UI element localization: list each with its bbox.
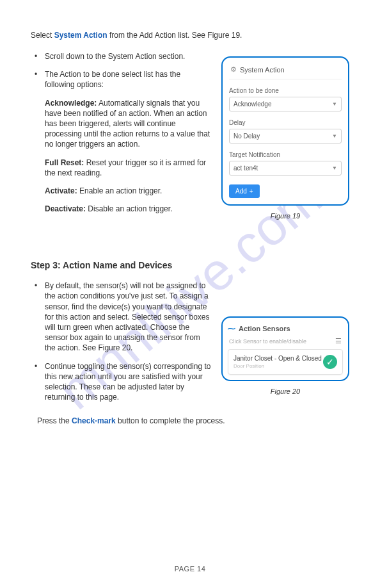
deactivate-text: Disable an action trigger. bbox=[86, 204, 172, 213]
intro-pre: Select bbox=[31, 31, 54, 40]
select-delay-value: No Delay bbox=[234, 133, 260, 140]
sensor-sub: Door Position bbox=[234, 363, 322, 369]
panel19-header: System Action bbox=[229, 63, 342, 79]
select-delay[interactable]: No Delay ▼ bbox=[229, 129, 342, 143]
step3-heading: Step 3: Action Name and Devices bbox=[31, 260, 349, 270]
section1-bullet1: Scroll down to the System Action section… bbox=[31, 51, 212, 61]
plus-icon: + bbox=[249, 188, 253, 195]
label-action: Action to be done bbox=[229, 87, 342, 94]
check-circle-icon: ✓ bbox=[323, 355, 337, 369]
intro-link: System Action bbox=[54, 31, 107, 40]
step3-bullet2: Continue toggling the sensor(s) correspo… bbox=[31, 361, 212, 403]
chevron-down-icon: ▼ bbox=[332, 101, 337, 107]
panel20-sublabel: Click Sensor to enable/disable ☰ bbox=[228, 337, 343, 349]
panel19-title: System Action bbox=[240, 66, 285, 74]
chevron-down-icon: ▼ bbox=[332, 165, 337, 171]
reset-term: Full Reset: bbox=[45, 158, 84, 167]
sensor-title: Janitor Closet - Open & Closed bbox=[234, 355, 322, 362]
panel20-title: Action Sensors bbox=[239, 325, 290, 332]
select-target[interactable]: act ten4t ▼ bbox=[229, 161, 342, 176]
press-link: Check-mark bbox=[72, 416, 116, 425]
deactivate-term: Deactivate: bbox=[45, 204, 86, 213]
system-action-panel: System Action Action to be done Acknowle… bbox=[221, 56, 349, 206]
sensor-card[interactable]: Janitor Closet - Open & Closed Door Posi… bbox=[228, 349, 343, 375]
figure-20-caption: Figure 20 bbox=[221, 388, 349, 395]
select-action-value: Acknowledge bbox=[234, 101, 271, 108]
reset-def: Full Reset: Reset your trigger so it is … bbox=[45, 158, 212, 178]
add-label: Add bbox=[235, 188, 247, 195]
label-target: Target Notification bbox=[229, 151, 342, 158]
press-line: Press the Check-mark button to complete … bbox=[31, 416, 349, 425]
label-delay: Delay bbox=[229, 119, 342, 126]
pulse-icon bbox=[228, 324, 235, 333]
figure-19-caption: Figure 19 bbox=[221, 212, 349, 220]
gear-icon bbox=[230, 65, 237, 74]
press-post: button to complete the process. bbox=[116, 416, 225, 425]
filter-icon[interactable]: ☰ bbox=[335, 337, 342, 345]
page-number: PAGE 14 bbox=[0, 565, 380, 573]
intro-line: Select System Action from the Add Action… bbox=[31, 31, 349, 40]
acknowledge-def: Acknowledge: Automatically signals that … bbox=[45, 98, 212, 150]
intro-post: from the Add Action list. See Figure 19. bbox=[107, 31, 242, 40]
section1-bullet2: The Action to be done select list has th… bbox=[31, 69, 212, 90]
deactivate-def: Deactivate: Disable an action trigger. bbox=[45, 204, 212, 214]
chevron-down-icon: ▼ bbox=[332, 133, 337, 139]
add-button[interactable]: Add + bbox=[229, 184, 260, 198]
action-sensors-panel: Action Sensors Click Sensor to enable/di… bbox=[221, 316, 349, 381]
select-target-value: act ten4t bbox=[234, 165, 258, 172]
panel20-sub-text: Click Sensor to enable/disable bbox=[229, 338, 306, 345]
step3-bullet1: By default, the sensor(s) will not be as… bbox=[31, 281, 212, 353]
activate-text: Enable an action trigger. bbox=[77, 186, 162, 195]
panel20-header: Action Sensors bbox=[228, 323, 343, 337]
select-action[interactable]: Acknowledge ▼ bbox=[229, 97, 342, 111]
activate-def: Activate: Enable an action trigger. bbox=[45, 186, 212, 196]
press-pre: Press the bbox=[37, 416, 72, 425]
ack-term: Acknowledge: bbox=[45, 99, 97, 108]
activate-term: Activate: bbox=[45, 186, 77, 195]
